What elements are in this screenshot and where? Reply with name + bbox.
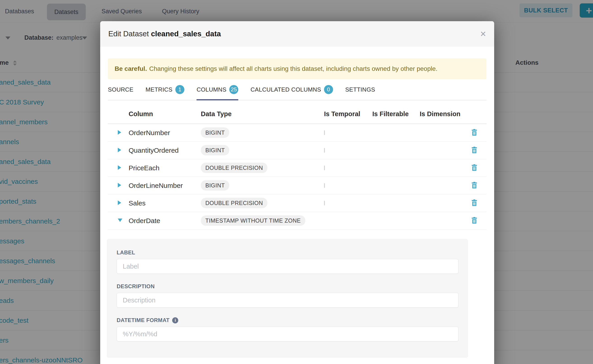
data-type-pill: BIGINT: [201, 180, 229, 191]
expand-caret-icon[interactable]: [118, 183, 121, 187]
delete-column-icon[interactable]: [470, 216, 478, 224]
expand-caret-icon[interactable]: [118, 201, 121, 205]
is-temporal-checkbox[interactable]: [324, 148, 325, 153]
header-data-type: Data Type: [201, 110, 324, 118]
modal-title: Edit Dataset cleaned_sales_data: [108, 30, 221, 38]
tab-settings[interactable]: SETTINGS: [345, 85, 375, 100]
columns-table-header: Column Data Type Is Temporal Is Filterab…: [108, 100, 487, 124]
column-name: OrderLineNumber: [129, 182, 201, 189]
header-is-temporal: Is Temporal: [324, 110, 372, 118]
data-type-pill: DOUBLE PRECISION: [201, 162, 267, 173]
delete-column-icon[interactable]: [470, 164, 478, 171]
expand-caret-icon[interactable]: [118, 148, 121, 152]
is-temporal-checkbox[interactable]: [324, 130, 325, 135]
column-row-priceeach: PriceEach DOUBLE PRECISION: [108, 159, 487, 177]
label-field-label: LABEL: [117, 249, 458, 256]
description-field-label: DESCRIPTION: [117, 283, 458, 290]
expand-caret-icon[interactable]: [118, 130, 121, 135]
tab-count-badge: 1: [175, 85, 184, 94]
field-label-text: DATETIME FORMAT: [117, 317, 170, 323]
modal-title-prefix: Edit Dataset: [108, 30, 149, 38]
data-type-pill: TIMESTAMP WITHOUT TIME ZONE: [201, 215, 305, 226]
tab-metrics[interactable]: METRICS1: [145, 85, 184, 100]
header-column: Column: [129, 110, 201, 118]
datetime-format-input[interactable]: [117, 326, 459, 341]
close-icon[interactable]: ×: [480, 29, 486, 39]
column-name: Sales: [129, 199, 201, 207]
column-row-quantityordered: QuantityOrdered BIGINT: [108, 142, 487, 159]
delete-column-icon[interactable]: [470, 199, 478, 207]
delete-column-icon[interactable]: [470, 129, 478, 136]
expand-caret-icon[interactable]: [118, 165, 121, 170]
collapse-caret-icon[interactable]: [118, 219, 122, 222]
column-name: QuantityOrdered: [129, 147, 201, 154]
header-is-filterable: Is Filterable: [372, 110, 420, 118]
datetime-format-field-label: DATETIME FORMAT i: [117, 317, 458, 323]
column-row-ordernumber: OrderNumber BIGINT: [108, 124, 487, 142]
label-field-group: LABEL: [117, 249, 458, 274]
tab-label: SETTINGS: [345, 86, 375, 93]
is-temporal-checkbox[interactable]: [324, 183, 325, 188]
warning-banner: Be careful. Changing these settings will…: [108, 58, 487, 79]
tab-label: SOURCE: [108, 86, 133, 93]
data-type-pill: BIGINT: [201, 127, 229, 138]
tab-label: METRICS: [145, 86, 172, 93]
data-type-pill: BIGINT: [201, 145, 229, 155]
column-row-orderdate: OrderDate TIMESTAMP WITHOUT TIME ZONE: [108, 212, 487, 230]
orderdate-expanded-panel: LABEL DESCRIPTION DATETIME FORMAT i: [107, 239, 468, 358]
description-input[interactable]: [117, 293, 459, 308]
field-label-text: DESCRIPTION: [117, 283, 155, 290]
datetime-format-field-group: DATETIME FORMAT i: [117, 317, 458, 341]
tab-calculated-columns[interactable]: CALCULATED COLUMNS0: [250, 85, 333, 100]
info-icon[interactable]: i: [172, 317, 178, 323]
header-is-dimension: Is Dimension: [420, 110, 470, 118]
screen: Databases Datasets Saved Queries Query H…: [0, 0, 593, 364]
tab-count-badge: 0: [324, 85, 333, 94]
description-field-group: DESCRIPTION: [117, 283, 458, 308]
tab-count-badge: 25: [229, 85, 238, 94]
delete-column-icon[interactable]: [470, 146, 478, 154]
column-name: OrderNumber: [129, 129, 201, 137]
column-row-sales: Sales DOUBLE PRECISION: [108, 195, 487, 212]
is-temporal-checkbox[interactable]: [324, 201, 325, 205]
label-input[interactable]: [117, 259, 459, 274]
column-name: PriceEach: [129, 164, 201, 172]
is-temporal-checkbox[interactable]: [324, 166, 325, 170]
tab-columns[interactable]: COLUMNS25: [197, 85, 238, 100]
edit-dataset-modal: Edit Dataset cleaned_sales_data × Be car…: [100, 21, 494, 364]
field-label-text: LABEL: [117, 249, 135, 256]
tab-label: CALCULATED COLUMNS: [250, 86, 321, 93]
modal-title-dataset-name: cleaned_sales_data: [151, 30, 221, 38]
column-name: OrderDate: [129, 217, 201, 225]
modal-tabs: SOURCE METRICS1 COLUMNS25 CALCULATED COL…: [108, 85, 487, 100]
warning-text: Changing these settings will affect all …: [149, 65, 437, 72]
modal-header: Edit Dataset cleaned_sales_data ×: [100, 21, 494, 46]
data-type-pill: DOUBLE PRECISION: [201, 198, 267, 208]
tab-label: COLUMNS: [197, 86, 226, 93]
delete-column-icon[interactable]: [470, 181, 478, 189]
tab-source[interactable]: SOURCE: [108, 85, 133, 100]
modal-body: Be careful. Changing these settings will…: [100, 58, 494, 358]
warning-bold-text: Be careful.: [115, 65, 147, 72]
column-row-orderlinenumber: OrderLineNumber BIGINT: [108, 177, 487, 195]
